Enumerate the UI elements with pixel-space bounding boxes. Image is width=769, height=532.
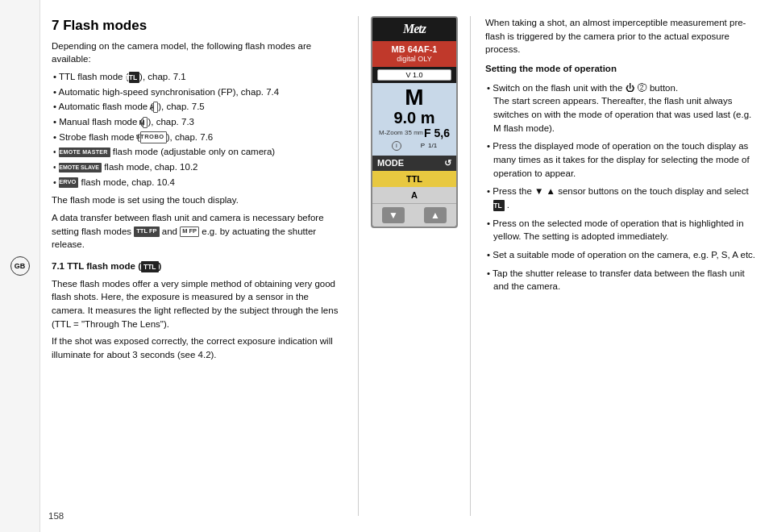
nav-down-btn[interactable]: ▼ xyxy=(382,207,405,223)
section2-title: 7.1 TTL flash mode (TTL) xyxy=(52,260,340,273)
a-badge: A xyxy=(153,102,158,113)
item-text: SERVO flash mode, chap. 10.4 xyxy=(59,177,175,187)
device-distance: 9.0 m xyxy=(377,109,451,127)
device-mode-area: M 9.0 m M-Zoom 35 mm F 5,6 i P 1/1 xyxy=(372,83,456,156)
device-version: V 1.0 xyxy=(377,69,451,81)
flash-modes-list: TTL flash mode (TTL), chap. 7.1 Automati… xyxy=(52,70,340,189)
device-mode-bar: MODE ↺ xyxy=(372,156,456,171)
device-fstop: F 5,6 xyxy=(424,127,450,139)
bullet-2: Press the displayed mode of operation on… xyxy=(485,139,758,180)
list-item: Automatic flash mode (A), chap. 7.5 xyxy=(52,100,340,114)
item-text: REMOTE SLAVE flash mode, chap. 10.2 xyxy=(59,162,197,172)
device-info-row: i P 1/1 xyxy=(377,139,451,152)
menu-item-a[interactable]: A xyxy=(372,187,456,203)
bullet-4: Press on the selected mode of operation … xyxy=(485,217,758,243)
remote-slave-badge: REMOTE SLAVE xyxy=(59,163,102,172)
strobo-badge: STROBO xyxy=(140,131,167,143)
bullet-5: Set a suitable mode of operation on the … xyxy=(485,248,758,262)
device-top: Metz xyxy=(372,18,456,41)
list-item: Strobe flash mode (STROBO), chap. 7.6 xyxy=(52,131,340,144)
item-text: Manual flash mode (M), chap. 7.3 xyxy=(59,117,194,127)
return-icon: ↺ xyxy=(444,158,451,168)
model-name: MB 64AF-1 xyxy=(376,44,453,55)
info-circle: i xyxy=(392,141,401,151)
list-item: Automatic high-speed synchronisation (FP… xyxy=(52,85,340,99)
ttl-badge: TTL xyxy=(129,72,140,83)
right-intro: When taking a shot, an almost impercepti… xyxy=(485,16,758,56)
list-item: TTL flash mode (TTL), chap. 7.1 xyxy=(52,70,340,84)
gb-badge: GB xyxy=(10,256,30,276)
left-margin: GB xyxy=(0,0,40,532)
intro-text: Depending on the camera model, the follo… xyxy=(52,39,340,66)
right-bullets: Switch on the flash unit with the ⏻ ② bu… xyxy=(485,81,758,293)
device-digital: digital OLY xyxy=(376,55,453,64)
device-column: Metz MB 64AF-1 digital OLY V 1.0 M 9.0 m… xyxy=(362,16,467,516)
section2-para2: If the shot was exposed correctly, the c… xyxy=(52,335,340,361)
bullet-1: Switch on the flash unit with the ⏻ ② bu… xyxy=(485,81,758,135)
list-item: SERVO flash mode, chap. 10.4 xyxy=(52,176,340,189)
list-item: REMOTE SLAVE flash mode, chap. 10.2 xyxy=(52,160,340,174)
device-small-row: M-Zoom 35 mm F 5,6 xyxy=(377,127,451,139)
device-screen: Metz MB 64AF-1 digital OLY V 1.0 M 9.0 m… xyxy=(371,16,458,228)
device-mode-label: M xyxy=(377,86,451,109)
info-p: P xyxy=(421,142,425,149)
main-content: 7 Flash modes Depending on the camera mo… xyxy=(40,0,769,532)
mode-bar-label: MODE xyxy=(377,158,404,168)
and-text: and xyxy=(162,227,180,236)
metz-logo: Metz xyxy=(377,23,451,35)
device-model-bar: MB 64AF-1 digital OLY xyxy=(372,41,456,67)
divider-left xyxy=(358,16,359,516)
section2-badge: TTL xyxy=(141,261,159,272)
left-column: 7 Flash modes Depending on the camera mo… xyxy=(40,16,355,516)
item-text: TTL flash mode (TTL), chap. 7.1 xyxy=(59,72,186,81)
data-note: A data transfer between flash unit and c… xyxy=(52,211,340,251)
zoom-label: M-Zoom 35 mm xyxy=(379,129,423,136)
ttl-fp-badge: TTL FP xyxy=(134,227,159,237)
item-text: Automatic flash mode (A), chap. 7.5 xyxy=(59,102,205,111)
menu-item-ttl[interactable]: TTL xyxy=(372,171,456,187)
info-fraction: 1/1 xyxy=(428,142,437,149)
ttl-inline-badge: TTL xyxy=(493,200,505,211)
remote-master-badge: REMOTE MASTER xyxy=(59,148,110,157)
servo-badge: SERVO xyxy=(59,177,78,188)
item-text: Automatic high-speed synchronisation (FP… xyxy=(59,87,280,97)
bullet-3: Press the ▼ ▲ sensor buttons on the touc… xyxy=(485,185,758,211)
page-number: 158 xyxy=(48,511,64,521)
nav-up-btn[interactable]: ▲ xyxy=(424,207,447,223)
device-nav-row: ▼ ▲ xyxy=(372,203,456,227)
list-item: REMOTE MASTER flash mode (adjustable onl… xyxy=(52,145,340,159)
mfp-badge: M FP xyxy=(180,227,199,237)
chapter-heading: 7 Flash modes xyxy=(52,16,340,36)
device-menu-items: TTL A xyxy=(372,171,456,203)
bullet-6: Tap the shutter release to transfer data… xyxy=(485,267,758,293)
m-badge: M xyxy=(143,117,148,128)
section2-para1: These flash modes offer a very simple me… xyxy=(52,277,340,331)
touch-note: The flash mode is set using the touch di… xyxy=(52,193,340,207)
item-text: Strobe flash mode (STROBO), chap. 7.6 xyxy=(59,132,213,142)
setting-title: Setting the mode of operation xyxy=(485,62,758,76)
item-text: REMOTE MASTER flash mode (adjustable onl… xyxy=(59,147,275,156)
divider-right xyxy=(470,16,471,516)
right-column: When taking a shot, an almost impercepti… xyxy=(474,16,769,516)
list-item: Manual flash mode (M), chap. 7.3 xyxy=(52,115,340,129)
